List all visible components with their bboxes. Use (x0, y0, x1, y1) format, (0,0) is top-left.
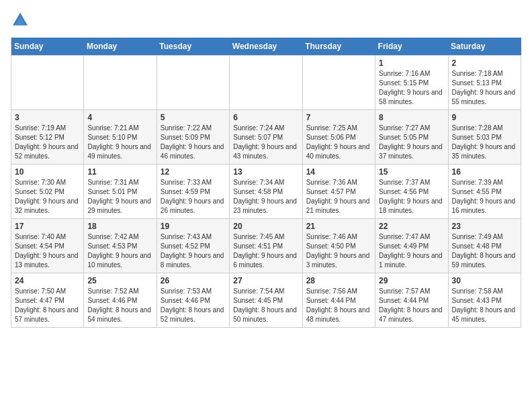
calendar-week-2: 10Sunrise: 7:30 AM Sunset: 5:02 PM Dayli… (11, 165, 521, 219)
calendar-cell: 21Sunrise: 7:46 AM Sunset: 4:50 PM Dayli… (302, 219, 375, 273)
calendar-cell (84, 56, 157, 110)
calendar-cell: 12Sunrise: 7:33 AM Sunset: 4:59 PM Dayli… (157, 165, 229, 219)
day-number: 26 (161, 276, 226, 285)
calendar-cell: 14Sunrise: 7:36 AM Sunset: 4:57 PM Dayli… (302, 165, 375, 219)
calendar-cell: 28Sunrise: 7:56 AM Sunset: 4:44 PM Dayli… (302, 273, 375, 328)
day-info: Sunrise: 7:19 AM Sunset: 5:12 PM Dayligh… (15, 124, 80, 161)
calendar-cell: 8Sunrise: 7:27 AM Sunset: 5:05 PM Daylig… (375, 110, 448, 165)
calendar-cell: 2Sunrise: 7:18 AM Sunset: 5:13 PM Daylig… (448, 56, 521, 110)
calendar-cell: 23Sunrise: 7:49 AM Sunset: 4:48 PM Dayli… (448, 219, 521, 273)
calendar-cell: 11Sunrise: 7:31 AM Sunset: 5:01 PM Dayli… (84, 165, 157, 219)
day-number: 24 (15, 276, 80, 285)
day-info: Sunrise: 7:52 AM Sunset: 4:46 PM Dayligh… (87, 287, 152, 324)
weekday-header-monday: Monday (84, 38, 157, 56)
calendar-cell: 5Sunrise: 7:22 AM Sunset: 5:09 PM Daylig… (157, 110, 229, 165)
day-number: 16 (452, 167, 517, 177)
day-number: 11 (87, 167, 152, 177)
day-number: 5 (161, 113, 226, 122)
day-number: 15 (379, 167, 444, 177)
calendar-cell: 7Sunrise: 7:25 AM Sunset: 5:06 PM Daylig… (302, 110, 375, 165)
day-number: 12 (161, 167, 226, 177)
day-number: 29 (379, 276, 444, 285)
calendar-cell: 3Sunrise: 7:19 AM Sunset: 5:12 PM Daylig… (11, 110, 84, 165)
calendar-cell: 1Sunrise: 7:16 AM Sunset: 5:15 PM Daylig… (375, 56, 448, 110)
day-info: Sunrise: 7:16 AM Sunset: 5:15 PM Dayligh… (379, 69, 444, 107)
calendar-cell: 25Sunrise: 7:52 AM Sunset: 4:46 PM Dayli… (84, 273, 157, 328)
day-number: 27 (233, 276, 298, 285)
day-info: Sunrise: 7:27 AM Sunset: 5:05 PM Dayligh… (379, 124, 444, 161)
calendar-cell (157, 56, 229, 110)
calendar-cell (302, 56, 375, 110)
calendar-cell: 29Sunrise: 7:57 AM Sunset: 4:44 PM Dayli… (375, 273, 448, 328)
day-info: Sunrise: 7:53 AM Sunset: 4:46 PM Dayligh… (161, 287, 226, 324)
day-number: 28 (306, 276, 371, 285)
calendar-cell: 13Sunrise: 7:34 AM Sunset: 4:58 PM Dayli… (230, 165, 302, 219)
day-info: Sunrise: 7:22 AM Sunset: 5:09 PM Dayligh… (161, 124, 226, 161)
weekday-header-tuesday: Tuesday (157, 38, 229, 56)
day-info: Sunrise: 7:57 AM Sunset: 4:44 PM Dayligh… (379, 287, 444, 324)
calendar-week-0: 1Sunrise: 7:16 AM Sunset: 5:15 PM Daylig… (11, 56, 521, 110)
day-info: Sunrise: 7:45 AM Sunset: 4:51 PM Dayligh… (233, 232, 298, 270)
logo (11, 11, 32, 30)
day-number: 13 (233, 167, 298, 177)
day-number: 8 (379, 113, 444, 122)
weekday-header-wednesday: Wednesday (230, 38, 302, 56)
day-info: Sunrise: 7:40 AM Sunset: 4:54 PM Dayligh… (15, 232, 80, 270)
day-info: Sunrise: 7:43 AM Sunset: 4:52 PM Dayligh… (161, 232, 226, 270)
day-info: Sunrise: 7:33 AM Sunset: 4:59 PM Dayligh… (161, 178, 226, 216)
day-number: 18 (87, 222, 152, 231)
calendar-cell: 16Sunrise: 7:39 AM Sunset: 4:55 PM Dayli… (448, 165, 521, 219)
calendar-cell: 30Sunrise: 7:58 AM Sunset: 4:43 PM Dayli… (448, 273, 521, 328)
day-info: Sunrise: 7:56 AM Sunset: 4:44 PM Dayligh… (306, 287, 371, 324)
day-info: Sunrise: 7:50 AM Sunset: 4:47 PM Dayligh… (15, 287, 80, 324)
calendar-table: SundayMondayTuesdayWednesdayThursdayFrid… (11, 38, 521, 328)
calendar-cell: 24Sunrise: 7:50 AM Sunset: 4:47 PM Dayli… (11, 273, 84, 328)
day-info: Sunrise: 7:24 AM Sunset: 5:07 PM Dayligh… (233, 124, 298, 161)
weekday-header-friday: Friday (375, 38, 448, 56)
calendar-week-1: 3Sunrise: 7:19 AM Sunset: 5:12 PM Daylig… (11, 110, 521, 165)
day-number: 23 (452, 222, 517, 231)
calendar-week-4: 24Sunrise: 7:50 AM Sunset: 4:47 PM Dayli… (11, 273, 521, 328)
day-info: Sunrise: 7:18 AM Sunset: 5:13 PM Dayligh… (452, 69, 517, 107)
day-number: 14 (306, 167, 371, 177)
day-info: Sunrise: 7:42 AM Sunset: 4:53 PM Dayligh… (87, 232, 152, 270)
day-info: Sunrise: 7:47 AM Sunset: 4:49 PM Dayligh… (379, 232, 444, 270)
day-number: 3 (15, 113, 80, 122)
calendar-cell (230, 56, 302, 110)
calendar-cell: 22Sunrise: 7:47 AM Sunset: 4:49 PM Dayli… (375, 219, 448, 273)
calendar-cell: 19Sunrise: 7:43 AM Sunset: 4:52 PM Dayli… (157, 219, 229, 273)
day-number: 21 (306, 222, 371, 231)
calendar-cell: 10Sunrise: 7:30 AM Sunset: 5:02 PM Dayli… (11, 165, 84, 219)
page-header (11, 11, 521, 30)
calendar-cell (11, 56, 84, 110)
day-number: 30 (452, 276, 517, 285)
calendar-cell: 26Sunrise: 7:53 AM Sunset: 4:46 PM Dayli… (157, 273, 229, 328)
day-info: Sunrise: 7:58 AM Sunset: 4:43 PM Dayligh… (452, 287, 517, 324)
weekday-header-thursday: Thursday (302, 38, 375, 56)
day-info: Sunrise: 7:36 AM Sunset: 4:57 PM Dayligh… (306, 178, 371, 216)
day-number: 4 (87, 113, 152, 122)
day-number: 17 (15, 222, 80, 231)
header-row: SundayMondayTuesdayWednesdayThursdayFrid… (11, 38, 521, 56)
day-info: Sunrise: 7:39 AM Sunset: 4:55 PM Dayligh… (452, 178, 517, 216)
day-number: 2 (452, 58, 517, 68)
day-info: Sunrise: 7:34 AM Sunset: 4:58 PM Dayligh… (233, 178, 298, 216)
weekday-header-sunday: Sunday (11, 38, 84, 56)
day-number: 7 (306, 113, 371, 122)
day-number: 6 (233, 113, 298, 122)
calendar-cell: 20Sunrise: 7:45 AM Sunset: 4:51 PM Dayli… (230, 219, 302, 273)
day-number: 25 (87, 276, 152, 285)
day-info: Sunrise: 7:28 AM Sunset: 5:03 PM Dayligh… (452, 124, 517, 161)
day-info: Sunrise: 7:49 AM Sunset: 4:48 PM Dayligh… (452, 232, 517, 270)
day-number: 22 (379, 222, 444, 231)
calendar-cell: 6Sunrise: 7:24 AM Sunset: 5:07 PM Daylig… (230, 110, 302, 165)
calendar-cell: 18Sunrise: 7:42 AM Sunset: 4:53 PM Dayli… (84, 219, 157, 273)
calendar-cell: 9Sunrise: 7:28 AM Sunset: 5:03 PM Daylig… (448, 110, 521, 165)
calendar-cell: 15Sunrise: 7:37 AM Sunset: 4:56 PM Dayli… (375, 165, 448, 219)
calendar-cell: 27Sunrise: 7:54 AM Sunset: 4:45 PM Dayli… (230, 273, 302, 328)
day-number: 19 (161, 222, 226, 231)
day-number: 20 (233, 222, 298, 231)
day-info: Sunrise: 7:31 AM Sunset: 5:01 PM Dayligh… (87, 178, 152, 216)
day-number: 9 (452, 113, 517, 122)
day-info: Sunrise: 7:21 AM Sunset: 5:10 PM Dayligh… (87, 124, 152, 161)
